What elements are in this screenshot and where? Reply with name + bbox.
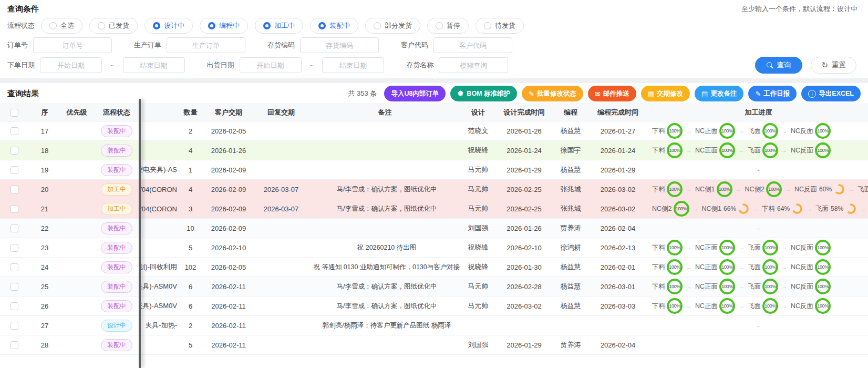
name-field-input[interactable]: [439, 57, 508, 73]
mail-icon: ✉: [595, 90, 601, 97]
tilde-separator: ~: [110, 62, 115, 69]
arrow-icon: →: [860, 205, 866, 212]
radio-icon: [49, 22, 57, 29]
seq-cell: 24: [29, 258, 60, 277]
status-pill-8[interactable]: 待发货: [476, 18, 524, 34]
row-checkbox[interactable]: [11, 205, 18, 213]
action-button-label: BOM 标准维护: [467, 89, 510, 98]
remark-cell: 马/李雪成：确认方案，图纸优化中: [307, 277, 462, 297]
row-checkbox[interactable]: [11, 322, 18, 330]
action-button-7[interactable]: ↓导出EXCEL: [801, 86, 861, 101]
column-header-9: 设计完成时间: [494, 104, 554, 121]
field-input-2[interactable]: [300, 37, 379, 53]
remark-cell: [307, 121, 462, 141]
status-cell: 装配中: [93, 277, 140, 297]
arrow-icon: →: [848, 186, 854, 193]
progress-ring-done: 100%: [815, 142, 831, 158]
search-button[interactable]: 查询: [755, 57, 802, 74]
row-checkbox[interactable]: [11, 283, 18, 291]
progress-cell: NC侧2100%→NC侧166%→下料64%→飞面58%→NC反面: [649, 199, 868, 219]
search-button-label: 查询: [777, 60, 791, 70]
action-button-4[interactable]: ▦交期修改: [641, 86, 690, 101]
row-checkbox[interactable]: [11, 147, 18, 155]
reset-icon: ↻: [821, 60, 828, 70]
checkbox-cell: [0, 160, 29, 180]
results-table-wrap: 序优先级流程状态数量客户交期回复交期备注设计设计完成时间编程编程完成时间加工进度…: [0, 104, 868, 355]
customer-date-cell: 2026-02-11: [202, 335, 255, 355]
progress-track: 下料100%→NC正面100%→飞面100%→NC反面100%: [649, 123, 868, 139]
status-pill-label: 全选: [60, 21, 74, 30]
stage-label: NC反面: [791, 127, 813, 136]
status-pill-1[interactable]: 已发货: [89, 18, 138, 34]
query-conditions-section: 查询条件 至少输入一个条件，默认流程：设计中 流程状态 全选已发货设计中编程中加…: [0, 0, 868, 74]
status-pill-7[interactable]: 暂停: [427, 18, 469, 34]
field-input-1[interactable]: [167, 37, 245, 53]
programmer-cell: 杨益慧: [554, 121, 587, 141]
status-cell: 设计中: [93, 316, 140, 335]
status-badge: 装配中: [101, 242, 132, 254]
name-field: 存货名称: [406, 57, 508, 73]
status-pill-3[interactable]: 编程中: [200, 18, 248, 34]
row-checkbox[interactable]: [11, 263, 18, 271]
progress-track: 下料100%→NC正面100%→飞面100%→NC反面100%: [649, 298, 868, 314]
priority-cell: [60, 199, 93, 219]
date-end-input-0[interactable]: [123, 57, 185, 73]
stage-label: NC侧1: [702, 205, 722, 213]
programmer-cell: 张兆城: [554, 180, 587, 199]
row-checkbox[interactable]: [11, 244, 18, 252]
status-pill-4[interactable]: 加工中: [255, 18, 303, 34]
column-header-12: 加工进度: [649, 104, 868, 121]
action-button-6[interactable]: ✎工作日报: [748, 86, 797, 101]
status-badge: 装配中: [101, 339, 132, 351]
priority-cell: [60, 238, 93, 258]
status-pill-6[interactable]: 部分发货: [365, 18, 420, 34]
action-button-5[interactable]: ▤更改备注: [695, 86, 743, 101]
section-divider: [0, 78, 868, 83]
reset-button-label: 重置: [832, 60, 846, 70]
arrow-icon: →: [686, 263, 692, 271]
field-input-3[interactable]: [433, 37, 512, 53]
fixed-column-divider: [139, 99, 141, 368]
row-checkbox[interactable]: [11, 127, 18, 135]
design-done-cell: 2026-01-29: [494, 335, 554, 355]
field-input-0[interactable]: [33, 37, 112, 53]
progress-ring-done: 100%: [667, 298, 683, 314]
date-start-input-1[interactable]: [240, 57, 302, 73]
product-name-partial: 夹具)-ASM0V: [140, 282, 177, 291]
row-checkbox[interactable]: [11, 166, 18, 174]
stage-label: NC反面: [794, 185, 817, 194]
progress-cell: 下料100%→NC正面100%→飞面100%→NC反面100%: [649, 277, 868, 297]
programmer-cell: [554, 316, 587, 335]
seq-cell: 17: [29, 121, 60, 141]
program-done-cell: 2026-03-01: [587, 277, 649, 297]
action-button-2[interactable]: ✎批量修改状态: [522, 86, 583, 101]
action-button-3[interactable]: ✉邮件推送: [588, 86, 636, 101]
action-button-0[interactable]: 导入U8内部订单: [384, 86, 446, 101]
action-button-1[interactable]: BOM 标准维护: [450, 86, 517, 101]
date-field-label: 下单日期: [7, 60, 35, 70]
progress-ring-done: 100%: [719, 279, 735, 294]
reset-button[interactable]: ↻ 重置: [811, 57, 856, 74]
status-pill-2[interactable]: 设计中: [144, 18, 193, 34]
status-pill-0[interactable]: 全选: [41, 18, 82, 34]
row-checkbox[interactable]: [11, 186, 18, 193]
progress-ring-done: 100%: [762, 240, 778, 255]
stage-label: NC侧2: [652, 205, 672, 213]
row-checkbox[interactable]: [11, 341, 18, 349]
row-checkbox[interactable]: [11, 224, 18, 232]
arrow-icon: →: [738, 244, 745, 251]
status-pill-5[interactable]: 装配中: [310, 18, 358, 34]
action-button-label: 更改备注: [710, 89, 737, 98]
product-name-partial: V04(CORON: [140, 186, 177, 193]
date-end-input-1[interactable]: [322, 57, 384, 73]
pencil-icon: ✎: [529, 90, 534, 97]
table-row: 21加工中V04(CORON32026-02-092026-03-07马/李雪成…: [0, 199, 868, 219]
row-checkbox[interactable]: [11, 302, 18, 310]
column-header-1: 优先级: [60, 104, 93, 121]
select-all-checkbox[interactable]: [11, 109, 18, 117]
query-buttons-group: 查询 ↻ 重置: [755, 57, 861, 74]
arrow-icon: →: [738, 283, 745, 290]
progress-track: 下料100%→NC侧1100%→NC侧2100%→NC反面60%→飞面: [649, 181, 868, 197]
checkbox-cell: [0, 180, 29, 199]
date-start-input-0[interactable]: [40, 57, 102, 73]
